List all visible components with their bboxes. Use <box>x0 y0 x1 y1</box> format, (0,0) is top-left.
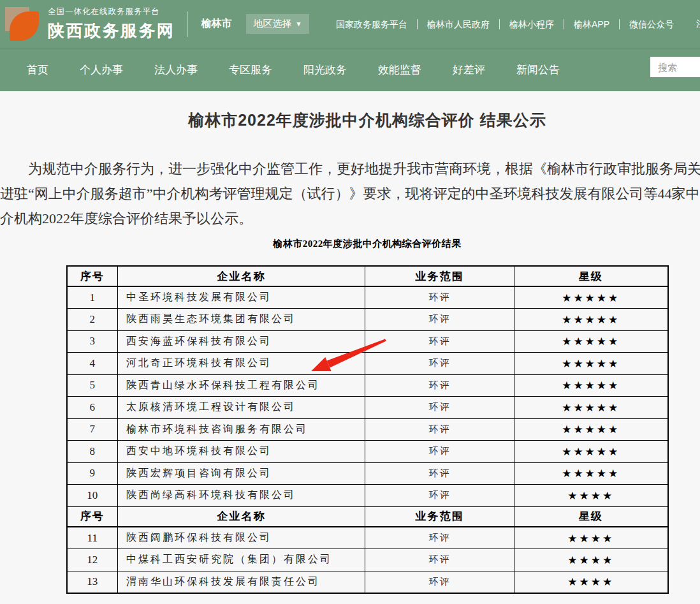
cell-name: 榆林市环境科技咨询服务有限公司 <box>118 418 365 441</box>
cell-name: 陕西宏辉项目咨询有限公司 <box>118 462 365 485</box>
cell-scope: 环评 <box>365 330 514 353</box>
current-city-label: 榆林市 <box>201 17 232 31</box>
cell-stars: ★★★★★ <box>514 462 668 485</box>
article: 榆林市2022年度涉批中介机构综合评价 结果公示 为规范中介服务行为，进一步强化… <box>0 91 700 594</box>
cell-name: 西安海蓝环保科技有限公司 <box>118 330 365 353</box>
cell-stars: ★★★★ <box>514 485 668 507</box>
platform-tagline: 全国一体化在线政务服务平台 <box>48 6 175 17</box>
column-header: 序号 <box>67 506 118 527</box>
table-caption: 榆林市2022年度涉批中介机构综合评价结果 <box>0 238 700 250</box>
link-wechat[interactable]: 微信公众号 <box>620 19 683 29</box>
site-name: 陕西政务服务网 <box>48 20 175 42</box>
table-row: 11陕西阔鹏环保科技有限公司环评★★★★ <box>67 527 668 549</box>
column-header: 业务范围 <box>365 266 514 286</box>
column-header: 企业名称 <box>118 266 365 286</box>
cell-scope: 环评 <box>365 485 514 507</box>
paragraph-line: 为规范中介服务行为，进一步强化中介监管工作，更好地提升我市营商环境，根据《榆林市… <box>0 156 700 181</box>
cell-no: 7 <box>67 418 118 441</box>
table-row: 4河北奇正环境科技有限公司环评★★★★★ <box>67 353 668 375</box>
header-links: 国家政务服务平台 榆林市人民政府 榆林小程序 榆林APP 微信公众号 <box>326 19 683 29</box>
cell-scope: 环评 <box>365 309 514 331</box>
cell-name: 中圣环境科技发展有限公司 <box>118 286 365 309</box>
cell-name: 河北奇正环境科技有限公司 <box>118 353 365 375</box>
nav-item-rating[interactable]: 好差评 <box>453 63 485 77</box>
table-header-row: 序号企业名称业务范围星级 <box>67 266 668 286</box>
table-row: 13渭南华山环保科技发展有限责任公司环评★★★★ <box>67 571 668 593</box>
page-title: 榆林市2022年度涉批中介机构综合评价 结果公示 <box>0 110 700 131</box>
cell-scope: 环评 <box>365 441 514 463</box>
table-row: 7榆林市环境科技咨询服务有限公司环评★★★★★ <box>67 418 668 441</box>
table-row: 8西安中地环境科技有限公司环评★★★★★ <box>67 441 668 463</box>
nav-item-corporate[interactable]: 法人办事 <box>154 63 198 77</box>
column-header: 序号 <box>67 266 118 286</box>
cell-no: 2 <box>67 309 118 331</box>
cell-name: 陕西阔鹏环保科技有限公司 <box>118 527 365 549</box>
nav-item-personal[interactable]: 个人办事 <box>80 63 123 77</box>
cell-name: 陕西雨昊生态环境集团有限公司 <box>118 309 365 331</box>
header-divider <box>187 11 187 37</box>
column-header: 业务范围 <box>365 506 514 527</box>
evaluation-table: 序号企业名称业务范围星级1中圣环境科技发展有限公司环评★★★★★2陕西雨昊生态环… <box>66 265 669 594</box>
cell-stars: ★★★★★ <box>514 353 668 375</box>
cell-scope: 环评 <box>365 549 514 571</box>
table-row: 3西安海蓝环保科技有限公司环评★★★★★ <box>67 330 668 353</box>
table-row: 1中圣环境科技发展有限公司环评★★★★★ <box>67 286 668 309</box>
cell-no: 4 <box>67 353 118 375</box>
nav-item-supervision[interactable]: 效能监督 <box>378 63 421 77</box>
cell-name: 陕西尚绿高科环境科技有限公司 <box>118 485 365 507</box>
cell-scope: 环评 <box>365 397 514 419</box>
cell-scope: 环评 <box>365 418 514 441</box>
cell-name: 中煤科工西安研究院（集团）有限公司 <box>118 549 365 571</box>
cell-name: 西安中地环境科技有限公司 <box>118 441 365 463</box>
cell-scope: 环评 <box>365 571 514 593</box>
cell-stars: ★★★★★ <box>514 441 668 463</box>
cell-stars: ★★★★★ <box>514 418 668 441</box>
cell-no: 10 <box>67 485 118 507</box>
link-city-government[interactable]: 榆林市人民政府 <box>418 19 500 29</box>
paragraph-line: 介机构2022年度综合评价结果予以公示。 <box>0 206 700 231</box>
table-row: 10陕西尚绿高科环境科技有限公司环评★★★★ <box>67 485 668 507</box>
cell-stars: ★★★★ <box>514 571 668 593</box>
cell-stars: ★★★★ <box>514 549 668 571</box>
cell-stars: ★★★★★ <box>514 286 668 309</box>
cell-scope: 环评 <box>365 462 514 485</box>
search-input[interactable] <box>650 57 700 77</box>
paragraph-line: 进驻“网上中介服务超市”中介机构考评管理规定（试行）》要求，现将评定的中圣环境科… <box>0 181 700 206</box>
table-row: 5陕西青山绿水环保科技工程有限公司环评★★★★★ <box>67 374 668 397</box>
cell-no: 1 <box>67 286 118 309</box>
site-header: 全国一体化在线政务服务平台 陕西政务服务网 榆林市 地区选择 ▼ 国家政务服务平… <box>0 0 700 48</box>
cell-stars: ★★★★★ <box>514 397 668 419</box>
link-mini-program[interactable]: 榆林小程序 <box>500 19 564 29</box>
cell-no: 8 <box>67 441 118 463</box>
nav-item-news[interactable]: 新闻公告 <box>516 63 560 77</box>
cell-no: 11 <box>67 527 118 549</box>
cell-no: 13 <box>67 571 118 593</box>
table-row: 9陕西宏辉项目咨询有限公司环评★★★★★ <box>67 462 668 485</box>
register-link[interactable]: 注册 <box>696 18 700 30</box>
cell-name: 渭南华山环保科技发展有限责任公司 <box>118 571 365 593</box>
cell-scope: 环评 <box>365 353 514 375</box>
table-row: 2陕西雨昊生态环境集团有限公司环评★★★★★ <box>67 309 668 331</box>
cell-stars: ★★★★★ <box>514 374 668 397</box>
table-header-row: 序号企业名称业务范围星级 <box>67 506 668 527</box>
cell-stars: ★★★★ <box>514 527 668 549</box>
link-national-platform[interactable]: 国家政务服务平台 <box>326 19 418 29</box>
article-paragraph: 为规范中介服务行为，进一步强化中介监管工作，更好地提升我市营商环境，根据《榆林市… <box>0 156 700 231</box>
nav-item-special-zone[interactable]: 专区服务 <box>229 63 272 77</box>
cell-no: 3 <box>67 330 118 353</box>
region-select-button[interactable]: 地区选择 ▼ <box>246 14 310 34</box>
cell-no: 9 <box>67 462 118 485</box>
link-app[interactable]: 榆林APP <box>564 19 620 29</box>
column-header: 企业名称 <box>118 506 365 527</box>
cell-stars: ★★★★★ <box>514 309 668 331</box>
cell-name: 陕西青山绿水环保科技工程有限公司 <box>118 374 365 397</box>
cell-scope: 环评 <box>365 374 514 397</box>
brand-text: 全国一体化在线政务服务平台 陕西政务服务网 <box>48 6 175 42</box>
nav-item-home[interactable]: 首页 <box>27 63 48 77</box>
main-nav: 首页 个人办事 法人办事 专区服务 阳光政务 效能监督 好差评 新闻公告 <box>0 48 700 91</box>
nav-item-open-gov[interactable]: 阳光政务 <box>303 63 347 77</box>
cell-scope: 环评 <box>365 286 514 309</box>
column-header: 星级 <box>514 266 668 286</box>
cell-scope: 环评 <box>365 527 514 549</box>
table-row: 6太原核清环境工程设计有限公司环评★★★★★ <box>67 397 668 419</box>
